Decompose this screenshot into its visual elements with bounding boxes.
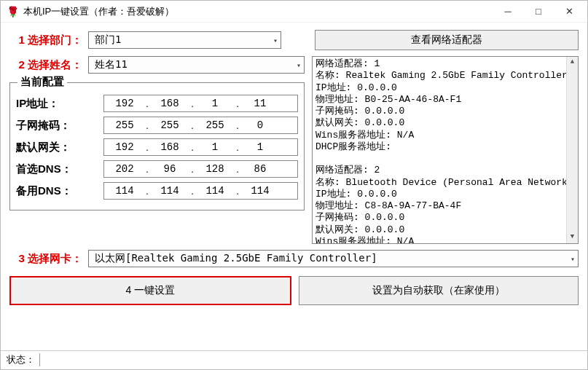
titlebar: 🌹 本机IP一键设置（作者：吾爱破解） ─ □ ✕ [1, 1, 587, 23]
label-gateway: 默认网关： [16, 141, 103, 154]
dns1-octet-2[interactable] [149, 162, 190, 176]
row-dns1: 首选DNS： . . . [16, 160, 298, 178]
dns2-octet-2[interactable] [149, 184, 190, 197]
adapter-info-textarea[interactable]: 网络适配器: 1 名称: Realtek Gaming 2.5GbE Famil… [312, 56, 579, 244]
minimize-button[interactable]: ─ [493, 1, 523, 23]
chevron-down-icon: ▾ [297, 61, 301, 69]
select-dept[interactable]: 部门1 ▾ [88, 31, 281, 49]
label-name: 2 选择姓名： [9, 58, 82, 72]
row-gateway: 默认网关： . . . [16, 138, 298, 156]
mask-octet-4[interactable] [240, 119, 281, 132]
gw-octet-2[interactable] [149, 141, 190, 154]
window-title: 本机IP一键设置（作者：吾爱破解） [23, 5, 493, 18]
dns2-octet-3[interactable] [195, 184, 235, 197]
gw-octet-3[interactable] [195, 141, 235, 154]
mask-octet-1[interactable] [104, 119, 145, 132]
label-nic: 3 选择网卡： [9, 252, 82, 266]
ip-octet-2[interactable] [149, 97, 190, 110]
select-name[interactable]: 姓名11 ▾ [88, 56, 305, 74]
dns1-octet-3[interactable] [195, 162, 235, 176]
statusbar: 状态： [1, 350, 587, 369]
left-column: 2 选择姓名： 姓名11 ▾ 当前配置 IP地址： . . . [9, 56, 305, 244]
row-dept: 1 选择部门： 部门1 ▾ 查看网络适配器 [9, 30, 579, 50]
dns1-octet-4[interactable] [240, 162, 281, 176]
scrollbar[interactable]: ▲ ▼ [566, 57, 578, 243]
dns2-octet-1[interactable] [104, 184, 145, 197]
row-dns2: 备用DNS： . . . [16, 182, 298, 200]
current-config-group: 当前配置 IP地址： . . . 子网掩码： . [9, 82, 305, 210]
ip-octet-4[interactable] [240, 97, 281, 110]
config-legend: 当前配置 [17, 75, 67, 89]
input-dns2[interactable]: . . . [103, 182, 298, 200]
input-gateway[interactable]: . . . [103, 138, 298, 156]
bottom-buttons: 4 一键设置 设置为自动获取（在家使用） [9, 276, 579, 305]
status-label: 状态： [7, 353, 35, 366]
application-window: 🌹 本机IP一键设置（作者：吾爱破解） ─ □ ✕ 1 选择部门： 部门1 ▾ … [0, 0, 588, 370]
select-name-value: 姓名11 [95, 58, 128, 71]
content-area: 1 选择部门： 部门1 ▾ 查看网络适配器 2 选择姓名： 姓名11 ▾ [1, 23, 587, 350]
close-button[interactable]: ✕ [554, 1, 584, 23]
chevron-down-icon: ▾ [571, 255, 575, 263]
input-mask[interactable]: . . . [103, 117, 298, 134]
row-ip: IP地址： . . . [16, 95, 298, 112]
label-dns1: 首选DNS： [16, 162, 103, 176]
one-click-set-button[interactable]: 4 一键设置 [9, 276, 291, 305]
set-auto-dhcp-label: 设置为自动获取（在家使用） [372, 284, 505, 297]
one-click-set-label: 4 一键设置 [125, 284, 175, 297]
ip-octet-1[interactable] [104, 97, 145, 110]
mask-octet-2[interactable] [149, 119, 190, 132]
view-adapters-label: 查看网络适配器 [411, 34, 482, 47]
label-mask: 子网掩码： [16, 119, 103, 133]
select-nic-value: 以太网[Realtek Gaming 2.5GbE Family Control… [95, 252, 377, 265]
set-auto-dhcp-button[interactable]: 设置为自动获取（在家使用） [299, 276, 579, 305]
gw-octet-4[interactable] [240, 141, 281, 154]
label-dept: 1 选择部门： [9, 34, 82, 47]
adapter-info-text: 网络适配器: 1 名称: Realtek Gaming 2.5GbE Famil… [315, 58, 573, 244]
select-dept-value: 部门1 [95, 34, 121, 47]
main-split: 2 选择姓名： 姓名11 ▾ 当前配置 IP地址： . . . [9, 56, 579, 244]
scroll-down-icon[interactable]: ▼ [567, 232, 578, 243]
ip-octet-3[interactable] [195, 97, 235, 110]
mask-octet-3[interactable] [195, 119, 235, 132]
app-icon: 🌹 [7, 6, 19, 17]
row-nic: 3 选择网卡： 以太网[Realtek Gaming 2.5GbE Family… [9, 250, 579, 267]
label-ip: IP地址： [16, 97, 103, 111]
right-column: 网络适配器: 1 名称: Realtek Gaming 2.5GbE Famil… [312, 56, 579, 244]
label-dns2: 备用DNS： [16, 184, 103, 198]
row-mask: 子网掩码： . . . [16, 117, 298, 134]
scroll-up-icon[interactable]: ▲ [567, 57, 578, 68]
maximize-button[interactable]: □ [523, 1, 554, 23]
dns1-octet-1[interactable] [104, 162, 145, 176]
dns2-octet-4[interactable] [240, 184, 281, 197]
input-ip[interactable]: . . . [103, 95, 298, 112]
view-adapters-button[interactable]: 查看网络适配器 [315, 30, 579, 50]
chevron-down-icon: ▾ [273, 36, 278, 44]
status-separator [39, 353, 40, 366]
select-nic[interactable]: 以太网[Realtek Gaming 2.5GbE Family Control… [88, 250, 579, 267]
input-dns1[interactable]: . . . [103, 160, 298, 178]
gw-octet-1[interactable] [104, 141, 145, 154]
row-name: 2 选择姓名： 姓名11 ▾ [9, 56, 305, 74]
